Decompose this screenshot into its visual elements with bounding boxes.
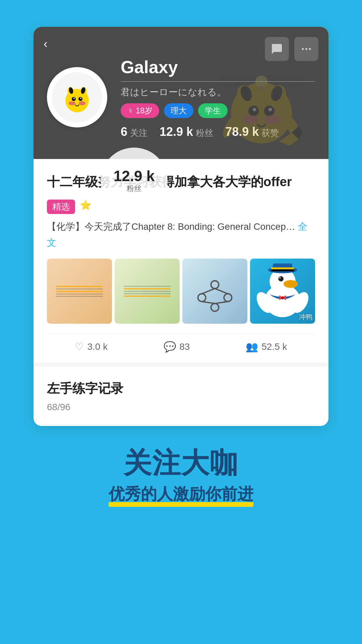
heart-icon: ♡ — [75, 341, 84, 353]
svg-rect-42 — [271, 267, 294, 269]
highlight-label: 粉丝 — [127, 183, 141, 194]
shares-value: 52.5 k — [261, 341, 287, 352]
image-1[interactable] — [47, 259, 112, 324]
comment-icon: 💬 — [164, 341, 176, 353]
more-button[interactable] — [294, 37, 318, 61]
svg-point-28 — [79, 101, 85, 105]
profile-card: ‹ — [34, 27, 328, 426]
svg-line-34 — [215, 288, 228, 294]
back-button[interactable]: ‹ — [44, 37, 48, 51]
highlight-num: 12.9 k — [114, 169, 155, 183]
image-3[interactable] — [182, 259, 247, 324]
svg-rect-41 — [271, 269, 294, 271]
svg-point-43 — [284, 280, 298, 288]
post-stats: ♡ 3.0 k 💬 83 👥 52.5 k — [47, 334, 315, 363]
svg-point-23 — [72, 97, 76, 101]
svg-point-13 — [264, 115, 280, 124]
svg-point-32 — [211, 304, 219, 311]
second-post-subtitle: 68/96 — [47, 402, 315, 413]
highlight-circle: 12.9 k 粉丝 — [101, 148, 168, 215]
svg-point-11 — [268, 108, 272, 111]
svg-point-12 — [243, 115, 258, 124]
post-text: 【化学】今天完成了Chapter 8: Bonding: General Con… — [47, 219, 315, 251]
svg-point-27 — [69, 101, 75, 105]
tag-school: 理大 — [164, 103, 193, 118]
svg-point-30 — [198, 294, 206, 302]
fans-count: 12.9 k 粉丝 — [160, 125, 213, 139]
svg-point-14 — [255, 75, 267, 88]
follow-count: 6 关注 — [121, 125, 147, 139]
svg-point-1 — [305, 48, 307, 50]
comments-value: 83 — [179, 341, 190, 352]
profile-header: ‹ — [34, 27, 328, 159]
svg-point-48 — [281, 297, 284, 299]
post-title: 十二年级努力学习获得加拿大各大学的offer — [47, 172, 315, 192]
share-icon: 👥 — [246, 341, 258, 353]
image-4[interactable]: 冲鸭 — [250, 259, 315, 324]
featured-tag: 精选 — [47, 200, 75, 214]
post-section-2: 左手练字记录 68/96 — [34, 363, 328, 426]
bottom-cta: 关注大咖 优秀的人激励你前进 — [109, 446, 253, 532]
svg-line-35 — [202, 302, 215, 304]
shares-stat[interactable]: 👥 52.5 k — [246, 341, 287, 353]
svg-point-31 — [224, 294, 232, 302]
header-actions — [265, 37, 318, 61]
pikachu-watermark — [215, 65, 308, 152]
svg-point-10 — [253, 108, 256, 111]
svg-point-26 — [80, 98, 81, 99]
svg-line-33 — [202, 288, 215, 294]
avatar-wrapper — [47, 67, 107, 127]
svg-line-36 — [215, 302, 228, 304]
image-4-label: 冲鸭 — [299, 313, 312, 322]
post-excerpt: 精选 ⭐ 【化学】今天完成了Chapter 8: Bonding: Genera… — [47, 200, 315, 251]
cta-sub-text: 优秀的人激励你前进 — [109, 483, 253, 505]
image-2[interactable] — [115, 259, 180, 324]
cta-main-text: 关注大咖 — [109, 446, 253, 480]
comments-stat[interactable]: 💬 83 — [164, 341, 190, 353]
star-emoji: ⭐ — [80, 200, 92, 211]
tag-age: ♀ 18岁 — [121, 103, 159, 118]
svg-point-24 — [78, 97, 82, 101]
avatar — [52, 72, 102, 122]
image-grid: 冲鸭 — [47, 259, 315, 324]
svg-point-45 — [279, 277, 281, 278]
chat-button[interactable] — [265, 37, 289, 61]
svg-point-25 — [73, 98, 75, 99]
likes-value: 3.0 k — [87, 341, 108, 352]
post-section-1: 十二年级努力学习获得加拿大各大学的offer 精选 ⭐ 【化学】今天完成了Cha… — [34, 159, 328, 363]
svg-point-44 — [278, 276, 284, 282]
svg-rect-15 — [260, 87, 263, 90]
likes-stat[interactable]: ♡ 3.0 k — [75, 341, 108, 353]
svg-point-0 — [302, 48, 304, 50]
svg-point-29 — [211, 281, 219, 288]
second-post-title: 左手练字记录 — [47, 380, 315, 397]
svg-point-2 — [309, 48, 311, 50]
